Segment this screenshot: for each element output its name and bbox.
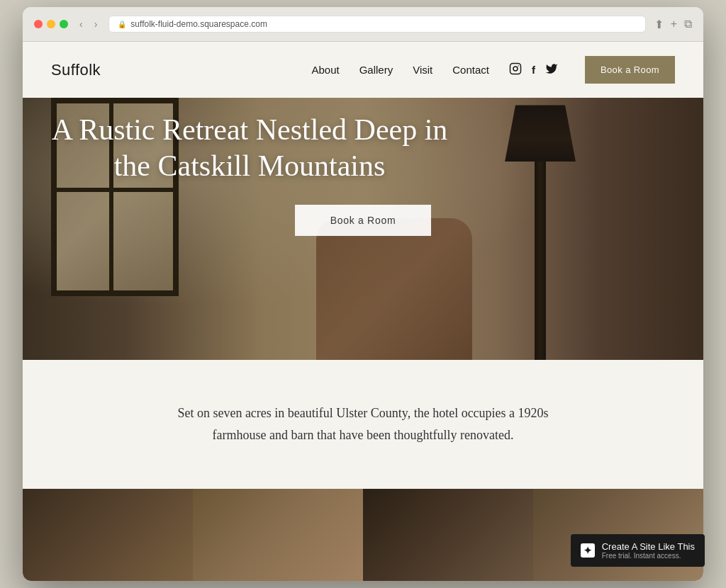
- traffic-lights: [34, 20, 68, 28]
- address-bar[interactable]: 🔒 suffolk-fluid-demo.squarespace.com: [108, 16, 645, 33]
- browser-window: ‹ › 🔒 suffolk-fluid-demo.squarespace.com…: [23, 7, 703, 580]
- squarespace-logo: ✦: [581, 543, 595, 558]
- facebook-icon[interactable]: f: [532, 64, 535, 76]
- svg-point-2: [518, 65, 519, 67]
- strip-image-1: [23, 489, 193, 581]
- nav-visit[interactable]: Visit: [413, 64, 432, 76]
- instagram-icon[interactable]: [509, 62, 522, 78]
- hero-title: A Rustic Retreat Nestled Deep in the Cat…: [37, 112, 462, 183]
- svg-point-1: [513, 67, 518, 71]
- strip-image-3: [363, 489, 533, 581]
- site-logo[interactable]: Suffolk: [51, 61, 101, 79]
- browser-chrome: ‹ › 🔒 suffolk-fluid-demo.squarespace.com…: [23, 7, 703, 42]
- hero-section: A Rustic Retreat Nestled Deep in the Cat…: [23, 98, 703, 360]
- new-tab-icon[interactable]: +: [671, 18, 677, 31]
- main-nav: Suffolk About Gallery Visit Contact f: [23, 42, 703, 98]
- svg-rect-0: [510, 63, 520, 74]
- squarespace-logo-icon: ✦: [583, 545, 592, 556]
- squarespace-main-text: Create A Site Like This: [602, 541, 695, 552]
- twitter-icon[interactable]: [545, 62, 558, 78]
- description-text: Set on seven acres in beautiful Ulster C…: [164, 402, 562, 446]
- site-content: Suffolk About Gallery Visit Contact f: [23, 42, 703, 580]
- social-icons: f: [509, 62, 558, 78]
- nav-gallery[interactable]: Gallery: [359, 64, 393, 76]
- squarespace-badge[interactable]: ✦ Create A Site Like This Free trial. In…: [571, 534, 705, 567]
- tabs-icon[interactable]: ⧉: [684, 18, 692, 31]
- strip-image-2: [193, 489, 363, 581]
- back-button[interactable]: ‹: [77, 17, 86, 31]
- browser-controls: ‹ ›: [77, 17, 100, 31]
- description-section: Set on seven acres in beautiful Ulster C…: [23, 360, 703, 488]
- nav-about[interactable]: About: [311, 64, 339, 76]
- nav-links: About Gallery Visit Contact f: [311, 56, 675, 84]
- squarespace-badge-text: Create A Site Like This Free trial. Inst…: [602, 541, 695, 560]
- hero-book-button[interactable]: Book a Room: [295, 205, 432, 236]
- share-icon[interactable]: ⬆: [654, 18, 664, 31]
- forward-button[interactable]: ›: [91, 17, 101, 31]
- url-text: suffolk-fluid-demo.squarespace.com: [130, 19, 267, 29]
- hero-content: A Rustic Retreat Nestled Deep in the Cat…: [23, 98, 703, 250]
- squarespace-sub-text: Free trial. Instant access.: [602, 552, 695, 560]
- lock-icon: 🔒: [118, 21, 126, 28]
- close-button[interactable]: [34, 20, 43, 28]
- browser-actions: ⬆ + ⧉: [654, 18, 692, 31]
- minimize-button[interactable]: [47, 20, 55, 28]
- nav-contact[interactable]: Contact: [452, 64, 489, 76]
- nav-book-button[interactable]: Book a Room: [585, 56, 675, 84]
- maximize-button[interactable]: [60, 20, 68, 28]
